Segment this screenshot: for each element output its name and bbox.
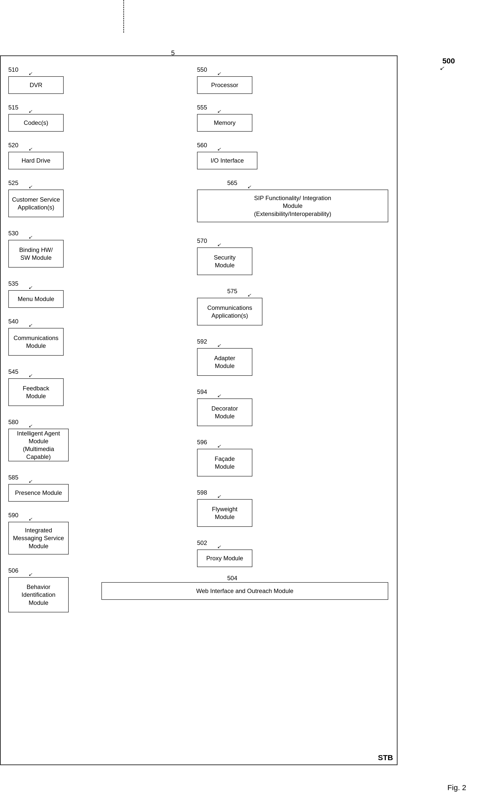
ref-520: 520 bbox=[8, 142, 18, 149]
ref-565-mark: ↙ bbox=[247, 184, 251, 190]
ref-592-mark: ↙ bbox=[217, 343, 221, 348]
ref-585: 585 bbox=[8, 474, 18, 481]
ref-504: 504 bbox=[227, 575, 237, 582]
ref-506-mark: ↙ bbox=[28, 572, 32, 577]
ref-580-mark: ↙ bbox=[28, 423, 32, 429]
page: 5 ↙ 500 ↙ STB 510 ↙ DVR 515 ↙ Codec(s) 5… bbox=[0, 0, 504, 812]
ref-550: 550 bbox=[197, 66, 207, 73]
presence-module-box: Presence Module bbox=[8, 484, 69, 502]
memory-box: Memory bbox=[197, 114, 252, 132]
ref-502: 502 bbox=[197, 539, 207, 546]
communications-module-box: CommunicationsModule bbox=[8, 328, 64, 356]
io-interface-box: I/O Interface bbox=[197, 152, 257, 169]
facade-module-box: FaçadeModule bbox=[197, 449, 252, 476]
feedback-module-box: FeedbackModule bbox=[8, 378, 64, 406]
menu-module-box: Menu Module bbox=[8, 290, 64, 308]
ref-570-mark: ↙ bbox=[217, 242, 221, 247]
ref-555-mark: ↙ bbox=[217, 108, 221, 114]
ref-592: 592 bbox=[197, 338, 207, 345]
codecs-box: Codec(s) bbox=[8, 114, 64, 132]
ref-515: 515 bbox=[8, 104, 18, 111]
ref-550-mark: ↙ bbox=[217, 71, 221, 76]
security-module-box: SecurityModule bbox=[197, 247, 252, 275]
stb-label: STB bbox=[378, 753, 393, 762]
ref-590-mark: ↙ bbox=[28, 516, 32, 522]
ref-500-arrow: ↙ bbox=[440, 65, 444, 71]
ref-590: 590 bbox=[8, 512, 18, 519]
flyweight-module-box: FlyweightModule bbox=[197, 499, 252, 527]
ref-575: 575 bbox=[227, 288, 237, 295]
customer-service-box: Customer ServiceApplication(s) bbox=[8, 190, 64, 217]
ref-575-mark: ↙ bbox=[247, 292, 251, 298]
ref-560-mark: ↙ bbox=[217, 146, 221, 152]
ref-515-mark: ↙ bbox=[28, 108, 32, 114]
fig-label: Fig. 2 bbox=[447, 783, 466, 792]
ref-506: 506 bbox=[8, 567, 18, 574]
ref-545-mark: ↙ bbox=[28, 373, 32, 378]
ref-525-mark: ↙ bbox=[28, 184, 32, 190]
ref-530-mark: ↙ bbox=[28, 234, 32, 240]
ref-540: 540 bbox=[8, 318, 18, 325]
adapter-module-box: AdapterModule bbox=[197, 348, 252, 376]
ref-594: 594 bbox=[197, 388, 207, 395]
web-interface-box: Web Interface and Outreach Module bbox=[101, 582, 388, 600]
proxy-module-box: Proxy Module bbox=[197, 549, 252, 567]
ref-525: 525 bbox=[8, 179, 18, 187]
hard-drive-box: Hard Drive bbox=[8, 152, 64, 169]
ref-596-mark: ↙ bbox=[217, 443, 221, 449]
ref-594-mark: ↙ bbox=[217, 393, 221, 398]
ref-510-mark: ↙ bbox=[28, 71, 32, 76]
binding-hw-box: Binding HW/SW Module bbox=[8, 240, 64, 268]
ref-560: 560 bbox=[197, 142, 207, 149]
ref-535-mark: ↙ bbox=[28, 285, 32, 290]
ref-502-mark: ↙ bbox=[217, 544, 221, 549]
ref-540-mark: ↙ bbox=[28, 322, 32, 328]
integrated-messaging-box: IntegratedMessaging ServiceModule bbox=[8, 522, 69, 555]
ref-565: 565 bbox=[227, 179, 237, 187]
ref-530: 530 bbox=[8, 230, 18, 237]
ref-555: 555 bbox=[197, 104, 207, 111]
processor-box: Processor bbox=[197, 76, 252, 94]
ref-500: 500 bbox=[442, 57, 455, 65]
ref-570: 570 bbox=[197, 237, 207, 244]
ref-580: 580 bbox=[8, 419, 18, 426]
sip-functionality-box: SIP Functionality/ IntegrationModule(Ext… bbox=[197, 190, 388, 222]
ref-510: 510 bbox=[8, 66, 18, 73]
communications-app-box: CommunicationsApplication(s) bbox=[197, 298, 262, 325]
ref-545: 545 bbox=[8, 368, 18, 375]
decorator-module-box: DecoratorModule bbox=[197, 398, 252, 426]
ref-535: 535 bbox=[8, 280, 18, 287]
dvr-box: DVR bbox=[8, 76, 64, 94]
ref-596: 596 bbox=[197, 439, 207, 446]
ref-520-mark: ↙ bbox=[28, 146, 32, 152]
ref-598: 598 bbox=[197, 489, 207, 496]
ref-598-mark: ↙ bbox=[217, 494, 221, 499]
ref-585-mark: ↙ bbox=[28, 478, 32, 484]
entry-dashed-line bbox=[123, 0, 124, 33]
behavior-id-box: BehaviorIdentificationModule bbox=[8, 577, 69, 612]
main-stb-box: STB 510 ↙ DVR 515 ↙ Codec(s) 520 ↙ Hard … bbox=[0, 55, 398, 765]
intelligent-agent-box: Intelligent AgentModule(Multimedia Capab… bbox=[8, 429, 69, 461]
